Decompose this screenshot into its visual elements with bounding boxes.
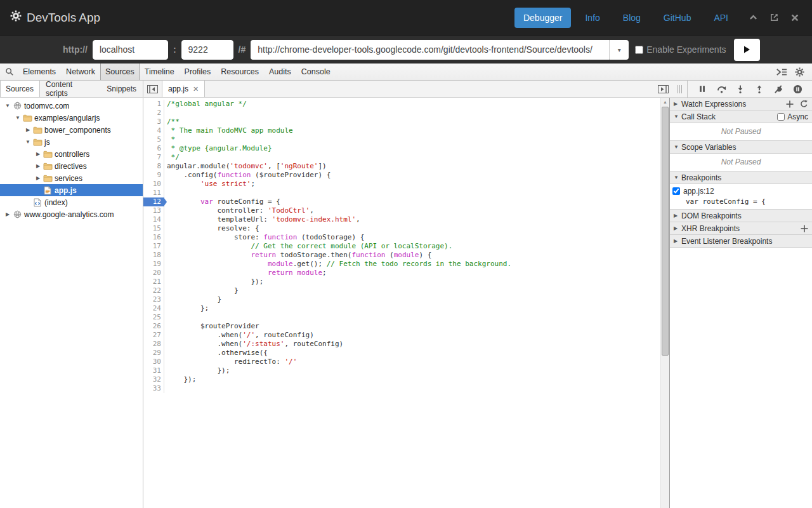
console-drawer-button[interactable] bbox=[776, 68, 787, 76]
tab-timeline[interactable]: Timeline bbox=[140, 64, 180, 80]
tree-item--index-[interactable]: (index) bbox=[0, 196, 143, 208]
async-checkbox[interactable] bbox=[777, 113, 785, 121]
line-number[interactable]: 26 bbox=[143, 322, 164, 331]
line-number[interactable]: 13 bbox=[143, 206, 164, 215]
tab-profiles[interactable]: Profiles bbox=[180, 64, 216, 80]
tab-network[interactable]: Network bbox=[61, 64, 100, 80]
line-number[interactable]: 22 bbox=[143, 286, 164, 295]
line-number[interactable]: 1 bbox=[143, 100, 164, 109]
nav-info[interactable]: Info bbox=[576, 8, 608, 28]
line-number[interactable]: 29 bbox=[143, 349, 164, 358]
line-number[interactable]: 20 bbox=[143, 269, 164, 277]
disclosure-triangle-icon[interactable]: ▶ bbox=[24, 127, 32, 133]
breakpoint-checkbox[interactable] bbox=[672, 187, 680, 195]
line-number[interactable]: 16 bbox=[143, 233, 164, 242]
scrollbar-thumb[interactable] bbox=[662, 107, 669, 356]
section-header-breakpoints[interactable]: ▼Breakpoints bbox=[670, 171, 812, 184]
nav-github[interactable]: GitHub bbox=[655, 8, 700, 28]
refresh-button[interactable] bbox=[800, 100, 808, 108]
settings-gear-button[interactable] bbox=[795, 67, 804, 77]
disclosure-triangle-icon[interactable]: ▼ bbox=[4, 103, 11, 109]
navigator-tab-sources[interactable]: Sources bbox=[0, 81, 40, 97]
breakpoint-entry[interactable]: app.js:12var routeConfig = { bbox=[670, 184, 812, 209]
disclosure-triangle-icon[interactable]: ▶ bbox=[34, 163, 42, 169]
disclosure-triangle-icon[interactable]: ▶ bbox=[34, 151, 42, 157]
line-number[interactable]: 10 bbox=[143, 180, 164, 189]
line-number[interactable]: 17 bbox=[143, 242, 164, 251]
line-number[interactable]: 32 bbox=[143, 375, 164, 384]
line-number[interactable]: 9 bbox=[143, 171, 164, 180]
line-number[interactable]: 4 bbox=[143, 126, 164, 135]
tree-item-examples-angularjs[interactable]: ▼examples/angularjs bbox=[0, 112, 143, 124]
line-number[interactable]: 15 bbox=[143, 224, 164, 233]
section-header-xhr-breakpoints[interactable]: ▶XHR Breakpoints bbox=[670, 222, 812, 235]
collapse-button[interactable] bbox=[746, 10, 761, 25]
disclosure-triangle-icon[interactable]: ▶ bbox=[34, 175, 42, 181]
line-number[interactable]: 7 bbox=[143, 153, 164, 162]
scrollbar-up-button[interactable]: ▲ bbox=[661, 98, 669, 106]
splitter-grip[interactable] bbox=[678, 85, 682, 93]
step-into-button[interactable] bbox=[731, 81, 750, 97]
tree-item-bower-components[interactable]: ▶bower_components bbox=[0, 124, 143, 136]
line-number[interactable]: 21 bbox=[143, 277, 164, 286]
nav-api[interactable]: API bbox=[705, 8, 737, 28]
host-input[interactable] bbox=[93, 40, 168, 60]
hide-navigator-button[interactable] bbox=[143, 81, 162, 97]
section-header-scope-variables[interactable]: ▼Scope Variables bbox=[670, 141, 812, 154]
tab-elements[interactable]: Elements bbox=[18, 64, 61, 80]
tree-item-www.google-analytics.com[interactable]: ▶www.google-analytics.com bbox=[0, 208, 143, 220]
port-input[interactable] bbox=[181, 40, 233, 60]
breakpoint-marker[interactable]: 12 bbox=[143, 197, 164, 206]
close-icon[interactable]: ✕ bbox=[193, 85, 199, 93]
tab-resources[interactable]: Resources bbox=[216, 64, 264, 80]
run-button[interactable] bbox=[734, 39, 760, 61]
tab-sources[interactable]: Sources bbox=[100, 64, 140, 80]
line-number[interactable]: 28 bbox=[143, 340, 164, 349]
section-header-event-listener-breakpoints[interactable]: ▶Event Listener Breakpoints bbox=[670, 235, 812, 248]
editor-tab-app.js[interactable]: app.js✕ bbox=[162, 81, 205, 97]
devtools-url-input[interactable] bbox=[251, 40, 610, 60]
tree-item-directives[interactable]: ▶directives bbox=[0, 160, 143, 172]
search-icon[interactable] bbox=[5, 67, 14, 76]
step-out-button[interactable] bbox=[750, 81, 769, 97]
line-number[interactable]: 6 bbox=[143, 144, 164, 153]
line-number[interactable]: 33 bbox=[143, 384, 164, 393]
line-number[interactable]: 5 bbox=[143, 135, 164, 144]
disclosure-triangle-icon[interactable]: ▶ bbox=[4, 211, 11, 217]
line-number[interactable]: 31 bbox=[143, 366, 164, 375]
navigator-tab-snippets[interactable]: Snippets bbox=[101, 81, 143, 97]
pause-on-exceptions-button[interactable] bbox=[788, 81, 807, 97]
line-number[interactable]: 11 bbox=[143, 189, 164, 197]
line-number[interactable]: 19 bbox=[143, 260, 164, 269]
disclosure-triangle-icon[interactable]: ▼ bbox=[14, 115, 22, 121]
line-number[interactable]: 18 bbox=[143, 251, 164, 260]
nav-debugger[interactable]: Debugger bbox=[514, 8, 572, 28]
add-button[interactable] bbox=[801, 225, 808, 232]
line-number[interactable]: 23 bbox=[143, 295, 164, 304]
line-number[interactable]: 27 bbox=[143, 331, 164, 340]
line-number[interactable]: 25 bbox=[143, 313, 164, 322]
section-header-dom-breakpoints[interactable]: ▶DOM Breakpoints bbox=[670, 210, 812, 222]
add-button[interactable] bbox=[786, 100, 794, 108]
tree-item-js[interactable]: ▼js bbox=[0, 136, 143, 148]
editor-scrollbar[interactable]: ▲ bbox=[660, 98, 669, 508]
line-number[interactable]: 24 bbox=[143, 304, 164, 313]
section-header-call-stack[interactable]: ▼Call StackAsync bbox=[670, 110, 812, 123]
tree-item-controllers[interactable]: ▶controllers bbox=[0, 148, 143, 160]
external-link-button[interactable] bbox=[767, 10, 782, 25]
enable-experiments-checkbox[interactable] bbox=[635, 46, 643, 54]
tree-item-services[interactable]: ▶services bbox=[0, 172, 143, 184]
tree-item-todomvc.com[interactable]: ▼todomvc.com bbox=[0, 100, 143, 112]
line-number[interactable]: 8 bbox=[143, 162, 164, 171]
step-over-button[interactable] bbox=[712, 81, 731, 97]
tab-console[interactable]: Console bbox=[296, 64, 336, 80]
tree-item-app.js[interactable]: app.js bbox=[0, 184, 143, 196]
section-header-watch-expressions[interactable]: ▶Watch Expressions bbox=[670, 98, 812, 110]
deactivate-breakpoints-button[interactable] bbox=[769, 81, 788, 97]
line-number[interactable]: 2 bbox=[143, 109, 164, 117]
line-number[interactable]: 3 bbox=[143, 117, 164, 126]
nav-blog[interactable]: Blog bbox=[614, 8, 650, 28]
show-drawer-button[interactable] bbox=[654, 85, 672, 93]
line-number[interactable]: 14 bbox=[143, 215, 164, 224]
close-button[interactable] bbox=[788, 11, 802, 25]
